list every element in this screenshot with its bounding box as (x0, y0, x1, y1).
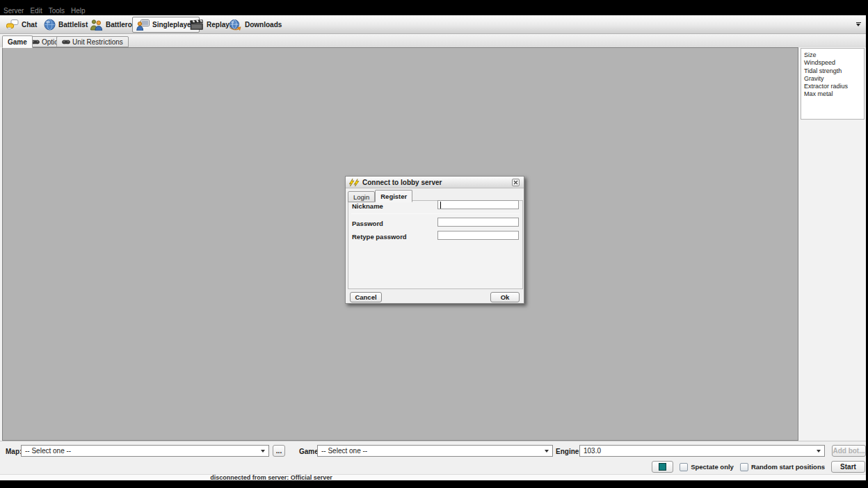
map-info-maxmetal: Max metal (804, 90, 864, 98)
start-options-row: Spectate only Random start positions Sta… (652, 461, 865, 473)
add-bot-button[interactable]: Add bot... (832, 445, 866, 457)
browse-map-button[interactable]: ... (273, 445, 285, 457)
singleplayer-tabstrip: Game Options Unit Restrictions (0, 34, 866, 47)
tab-login[interactable]: Login (348, 191, 375, 202)
random-start-option: Random start positions (740, 463, 825, 471)
dialog-title: Connect to lobby server (362, 179, 442, 186)
password-label: Password (352, 220, 383, 227)
toolbar-button-chat[interactable]: Chat (2, 17, 43, 33)
engine-select-value: 103.0 (584, 447, 601, 455)
tab-register[interactable]: Register (375, 190, 412, 202)
close-icon[interactable] (512, 179, 520, 186)
random-start-label: Random start positions (751, 463, 825, 471)
dialog-titlebar[interactable]: Connect to lobby server (346, 177, 524, 188)
map-info-gravity: Gravity (804, 75, 864, 83)
toolbar-button-label: Battlelist (58, 21, 88, 29)
chevron-down-icon (261, 450, 265, 453)
main-toolbar: Chat Battlelist (0, 15, 866, 34)
nickname-label: Nickname (352, 202, 383, 210)
retype-password-field[interactable] (437, 231, 519, 240)
menu-tools[interactable]: Tools (49, 7, 65, 15)
chevron-down-icon (817, 450, 821, 453)
tab-game[interactable]: Game (2, 35, 33, 48)
chat-icon (6, 19, 19, 30)
map-info-extractor: Extractor radius (804, 83, 864, 90)
globe-icon (44, 19, 56, 31)
lightning-icon (349, 179, 360, 186)
start-button[interactable]: Start (831, 461, 865, 473)
engine-select[interactable]: 103.0 (579, 445, 825, 457)
game-select[interactable]: -- Select one -- (317, 445, 553, 457)
retype-password-label: Retype password (352, 233, 407, 241)
app-window: Server Edit Tools Help Chat (0, 0, 868, 488)
toolbar-button-label: Chat (22, 21, 37, 29)
toolbar-overflow-icon[interactable] (856, 22, 861, 26)
map-label: Map: (6, 448, 22, 455)
two-users-icon (90, 19, 103, 31)
spectate-label: Spectate only (691, 463, 734, 471)
menu-server[interactable]: Server (3, 7, 24, 15)
dialog-tabstrip: Login Register (348, 190, 412, 202)
map-select-value: -- Select one -- (25, 447, 71, 455)
ok-button[interactable]: Ok (490, 292, 520, 302)
password-field[interactable] (437, 218, 519, 227)
cancel-button[interactable]: Cancel (350, 292, 382, 302)
gamepad-icon (31, 39, 40, 45)
menubar: Server Edit Tools Help (0, 6, 866, 15)
spectate-option: Spectate only (680, 463, 734, 471)
spectate-checkbox[interactable] (680, 463, 688, 471)
game-select-value: -- Select one -- (321, 447, 367, 455)
chevron-down-icon (545, 450, 549, 453)
divider (351, 213, 520, 214)
toolbar-button-label: Downloads (245, 21, 282, 29)
gamepad-icon (62, 39, 70, 45)
menu-edit[interactable]: Edit (30, 7, 42, 15)
tab-label: Game (8, 38, 27, 46)
connection-status: disconnected from server: Official serve… (0, 475, 542, 481)
clapperboard-icon (190, 19, 204, 30)
menu-help[interactable]: Help (71, 7, 86, 15)
text-caret (440, 202, 441, 209)
team-color-button[interactable] (652, 461, 673, 473)
tab-unit-restrictions[interactable]: Unit Restrictions (56, 36, 129, 47)
toolbar-button-downloads[interactable]: Downloads (224, 17, 288, 33)
map-info-windspeed: Windspeed (804, 59, 864, 67)
download-globe-icon (228, 19, 242, 31)
map-info-panel: Size Windspeed Tidal strength Gravity Ex… (801, 48, 865, 120)
engine-label: Engine: (556, 448, 581, 455)
statusbar: disconnected from server: Official serve… (0, 474, 866, 480)
map-select[interactable]: -- Select one -- (21, 445, 269, 457)
connect-dialog: Connect to lobby server Login Register N… (345, 176, 524, 304)
team-color-swatch (659, 463, 666, 471)
map-info-size: Size (804, 51, 864, 59)
random-start-checkbox[interactable] (740, 463, 748, 471)
tab-label: Unit Restrictions (72, 38, 123, 46)
nickname-field[interactable] (437, 200, 519, 209)
singleplayer-icon (136, 19, 150, 31)
map-info-tidal: Tidal strength (804, 67, 864, 75)
